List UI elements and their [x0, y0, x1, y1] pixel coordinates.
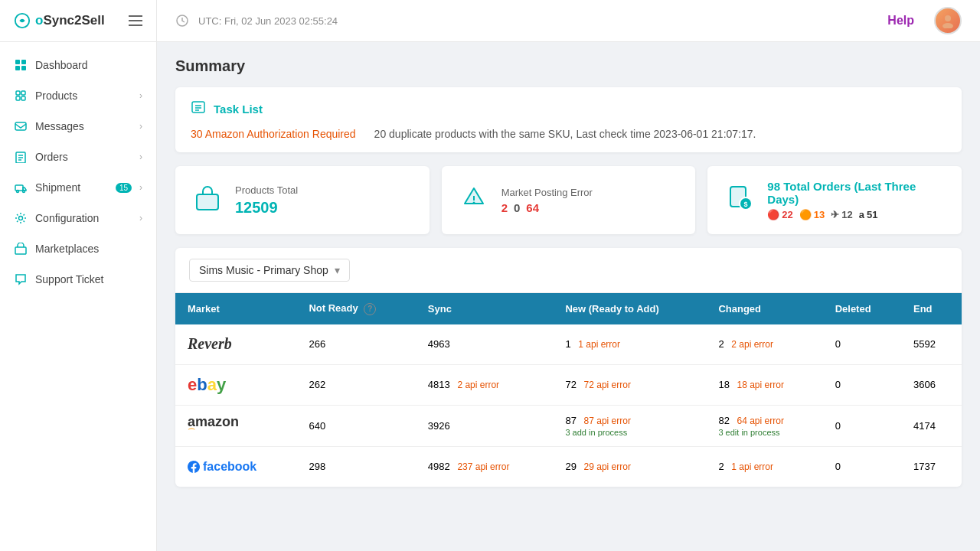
svg-point-20 [945, 15, 951, 21]
sidebar-item-support-ticket[interactable]: Support Ticket [0, 264, 156, 295]
amazon-logo: amazon ⌒ [188, 415, 284, 436]
sidebar-item-messages[interactable]: Messages › [0, 111, 156, 142]
orders-icon-stat: $ [724, 182, 755, 219]
amazon-deleted: 0 [823, 405, 901, 446]
sidebar-item-marketplaces[interactable]: Marketplaces [0, 233, 156, 264]
task-links: 30 Amazon Authorization Required 20 dupl… [191, 128, 946, 140]
products-total-value: 12509 [235, 199, 298, 217]
col-sync: Sync [416, 293, 554, 324]
facebook-new-error: 29 api error [584, 461, 631, 472]
shop-dropdown-arrow: ▾ [335, 264, 340, 276]
svg-rect-22 [192, 102, 204, 112]
sidebar: oSync2Sell Dashboard Products › Message [0, 0, 157, 551]
sidebar-item-label-messages: Messages [35, 120, 132, 132]
shop-header: Sims Music - Primary Shop ▾ [175, 248, 962, 293]
orders-badge-4: a 51 [859, 209, 878, 220]
not-ready-help-icon[interactable]: ? [364, 303, 376, 315]
sidebar-item-label-marketplaces: Marketplaces [35, 243, 142, 255]
amazon-changed-extra: 3 edit in process [718, 428, 810, 437]
sidebar-item-label-shipment: Shipment [35, 181, 108, 194]
user-avatar[interactable] [934, 7, 962, 34]
task-list-icon [191, 99, 206, 119]
ebay-sync: 4813 2 api error [416, 364, 554, 405]
sidebar-item-products[interactable]: Products › [0, 80, 156, 111]
support-ticket-icon [14, 272, 28, 286]
sidebar-item-label-dashboard: Dashboard [35, 59, 142, 71]
products-total-label: Products Total [235, 184, 298, 196]
svg-rect-5 [16, 91, 20, 95]
ebay-new-error: 72 api error [584, 380, 631, 390]
market-error-val3: 64 [526, 201, 539, 214]
help-link[interactable]: Help [887, 14, 914, 28]
reverb-end: 5592 [901, 324, 962, 365]
svg-text:$: $ [744, 201, 748, 208]
ebay-not-ready: 262 [296, 364, 415, 405]
market-cell-facebook: facebook [175, 446, 296, 487]
messages-icon [14, 119, 28, 133]
col-new: New (Ready to Add) [553, 293, 706, 324]
orders-badge-1: 🔴 22 [767, 209, 792, 220]
sidebar-item-dashboard[interactable]: Dashboard [0, 50, 156, 80]
svg-point-28 [472, 201, 475, 204]
amazon-changed-error: 64 api error [737, 416, 784, 426]
task-list-title: Task List [214, 103, 263, 116]
sidebar-item-orders[interactable]: Orders › [0, 142, 156, 172]
reverb-deleted: 0 [823, 324, 901, 365]
reverb-changed: 2 2 api error [706, 324, 822, 365]
ebay-sync-error: 2 api error [457, 380, 499, 390]
logo-text: oSync2Sell [35, 13, 105, 28]
table-body: Reverb 266 4963 1 1 api error 2 2 api er… [175, 324, 962, 487]
svg-rect-6 [21, 91, 25, 95]
orders-total-label[interactable]: 98 Total Orders (Last Three Days) [767, 180, 945, 206]
svg-rect-2 [21, 60, 26, 64]
col-end: End [901, 293, 962, 324]
ebay-changed: 18 18 api error [706, 364, 822, 405]
market-error-icon [459, 182, 489, 219]
sidebar-item-configuration[interactable]: Configuration › [0, 203, 156, 233]
amazon-new: 87 87 api error 3 add in process [553, 405, 706, 446]
svg-rect-8 [21, 96, 25, 100]
shop-table-section: Sims Music - Primary Shop ▾ Market Not R… [175, 248, 962, 487]
products-arrow: › [139, 90, 142, 101]
svg-rect-9 [15, 122, 26, 130]
amazon-end: 4174 [901, 405, 962, 446]
market-cell-amazon: amazon ⌒ [175, 405, 296, 446]
market-cell-reverb: Reverb [175, 324, 296, 365]
facebook-deleted: 0 [823, 446, 901, 487]
sidebar-item-label-configuration: Configuration [35, 212, 132, 224]
messages-arrow: › [139, 121, 142, 132]
facebook-sync-error: 237 api error [457, 461, 509, 472]
col-not-ready: Not Ready ? [296, 293, 415, 324]
facebook-changed: 2 1 api error [706, 446, 822, 487]
reverb-logo: Reverb [188, 334, 284, 355]
market-error-card: Market Posting Error 2 0 64 [442, 166, 696, 234]
svg-rect-7 [16, 96, 20, 100]
sidebar-item-shipment[interactable]: Shipment 15 › [0, 172, 156, 203]
task-alert-amazon[interactable]: 30 Amazon Authorization Required [191, 128, 356, 140]
svg-point-21 [942, 23, 953, 28]
page-title: Summary [175, 57, 962, 75]
col-changed: Changed [706, 293, 822, 324]
marketplaces-icon [14, 242, 28, 256]
amazon-new-error: 87 api error [584, 416, 631, 426]
shop-dropdown[interactable]: Sims Music - Primary Shop ▾ [189, 259, 350, 282]
orders-breakdown: 🔴 22 🟠 13 ✈ 12 a 51 [767, 209, 945, 220]
svg-point-17 [19, 217, 23, 220]
amazon-new-extra: 3 add in process [565, 428, 694, 437]
products-icon [14, 89, 28, 103]
facebook-logo: facebook [188, 456, 284, 478]
table-row: Reverb 266 4963 1 1 api error 2 2 api er… [175, 324, 962, 365]
ebay-deleted: 0 [823, 364, 901, 405]
sidebar-nav: Dashboard Products › Messages › Orders › [0, 42, 156, 551]
svg-rect-1 [15, 60, 20, 64]
main-content: UTC: Fri, 02 Jun 2023 02:55:24 Help Summ… [157, 0, 980, 551]
amazon-sync: 3926 [416, 405, 554, 446]
amazon-not-ready: 640 [296, 405, 415, 446]
reverb-new-error: 1 api error [578, 339, 620, 350]
table-row: ebay 262 4813 2 api error 72 72 api erro… [175, 364, 962, 405]
sidebar-logo: oSync2Sell [0, 0, 156, 42]
hamburger-button[interactable] [129, 15, 142, 26]
shipment-arrow: › [139, 182, 142, 193]
facebook-end: 1737 [901, 446, 962, 487]
topbar: UTC: Fri, 02 Jun 2023 02:55:24 Help [157, 0, 980, 42]
